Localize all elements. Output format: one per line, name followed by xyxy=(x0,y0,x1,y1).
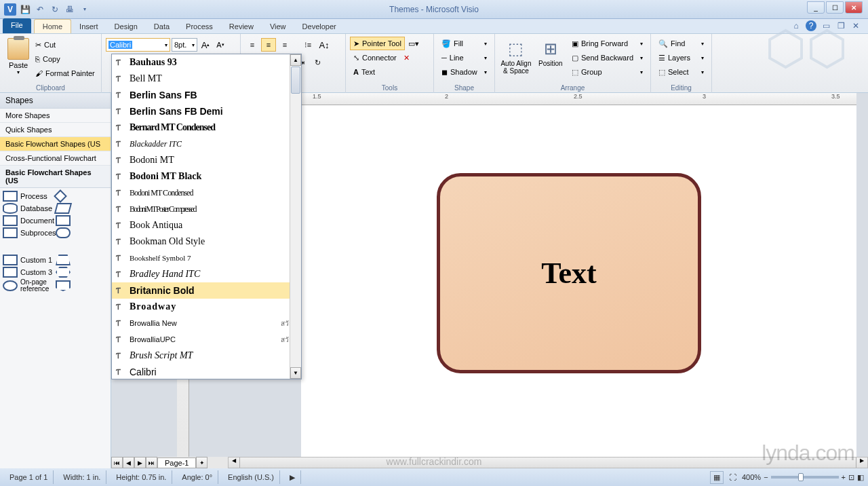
font-option[interactable]: ƬBernard MT Condensed xyxy=(112,119,301,136)
tab-review[interactable]: Review xyxy=(221,20,262,33)
redo-icon[interactable]: ↻ xyxy=(49,3,61,16)
stencil-document[interactable]: Document xyxy=(3,215,56,226)
layers-button[interactable]: ☰Layers▾ xyxy=(655,51,707,64)
undo-icon[interactable]: ↶ xyxy=(34,3,46,16)
stencil-external[interactable] xyxy=(56,215,108,226)
text-tool-button[interactable]: AText xyxy=(350,65,429,79)
stencil-custom2[interactable] xyxy=(56,255,108,265)
page-tab-1[interactable]: Page-1 xyxy=(157,457,196,468)
basic-flowchart-item[interactable]: Basic Flowchart Shapes (US xyxy=(0,137,111,151)
tab-data[interactable]: Data xyxy=(146,20,178,33)
tab-developer[interactable]: Developer xyxy=(294,20,344,33)
font-option[interactable]: ƬBodoni MT Condensed xyxy=(112,185,301,201)
maximize-button[interactable]: ☐ xyxy=(826,1,844,14)
quick-shapes-item[interactable]: Quick Shapes xyxy=(0,123,111,137)
font-option[interactable]: ƬBauhaus 93 xyxy=(112,54,301,71)
h-scroll-track[interactable]: ◀ ▶ xyxy=(228,457,868,468)
font-option[interactable]: ƬBlackadder ITC xyxy=(112,136,301,152)
page-prev-button[interactable]: ◀ xyxy=(123,457,134,468)
stencil-decision[interactable] xyxy=(56,191,108,202)
rounded-rectangle-shape[interactable]: Text xyxy=(437,173,701,373)
stencil-offpage-ref[interactable] xyxy=(56,279,108,293)
zoom-thumb[interactable] xyxy=(798,473,804,481)
bullets-button[interactable]: ⁝≡ xyxy=(300,38,315,52)
restore-icon[interactable]: ❐ xyxy=(835,20,846,31)
font-option[interactable]: ƬBodoni MT Black xyxy=(112,168,301,185)
app-icon[interactable]: V xyxy=(4,3,16,16)
find-button[interactable]: 🔍Find▾ xyxy=(655,37,707,50)
font-option[interactable]: ƬBritannic Bold xyxy=(112,282,301,299)
tab-file[interactable]: File xyxy=(3,18,31,33)
rotate-text-button[interactable]: ↻ xyxy=(310,56,325,69)
align-top-button[interactable]: ≡ xyxy=(245,38,260,52)
pan-zoom-button[interactable]: ◧ xyxy=(857,473,864,482)
line-button[interactable]: ─Line▾ xyxy=(438,51,490,64)
stencil-custom3[interactable]: Custom 3 xyxy=(3,267,56,278)
drawing-page[interactable]: Text xyxy=(301,105,856,457)
copy-button[interactable]: ⎘Copy xyxy=(35,52,95,66)
tab-insert[interactable]: Insert xyxy=(71,20,106,33)
font-option[interactable]: ƬBodoni MT xyxy=(112,152,301,168)
tab-view[interactable]: View xyxy=(262,20,294,33)
font-option[interactable]: ƬBerlin Sans FB Demi xyxy=(112,103,301,119)
font-option[interactable]: ƬBerlin Sans FB xyxy=(112,87,301,103)
grow-font-button[interactable]: A▴ xyxy=(199,38,212,52)
send-backward-button[interactable]: ▢Send Backward▾ xyxy=(568,51,646,64)
select-button[interactable]: ⬚Select▾ xyxy=(655,65,707,79)
text-direction-button[interactable]: A↕ xyxy=(317,38,332,52)
fill-button[interactable]: 🪣Fill▾ xyxy=(438,37,490,50)
window-icon[interactable]: ▭ xyxy=(821,20,831,31)
align-middle-button[interactable]: ≡ xyxy=(261,38,276,52)
page-last-button[interactable]: ⏭ xyxy=(146,457,157,468)
scroll-up-icon[interactable]: ▲ xyxy=(290,54,301,66)
paste-button[interactable]: Paste ▾ xyxy=(4,35,33,92)
more-shapes-item[interactable]: More Shapes xyxy=(0,109,111,123)
stencil-terminator[interactable] xyxy=(56,227,108,238)
scroll-down-icon[interactable]: ▼ xyxy=(290,367,301,379)
format-painter-button[interactable]: 🖌Format Painter xyxy=(35,67,95,80)
font-option[interactable]: ƬBookman Old Style xyxy=(112,233,301,250)
align-bottom-button[interactable]: ≡ xyxy=(277,38,292,52)
print-icon[interactable]: 🖶 xyxy=(64,3,76,16)
stencil-subprocess[interactable]: Subprocess xyxy=(3,227,56,238)
font-option[interactable]: ƬBradley Hand ITC xyxy=(112,266,301,282)
shadow-button[interactable]: ◼Shadow▾ xyxy=(438,65,490,79)
stencil-onpage-ref[interactable]: On-page reference xyxy=(3,279,56,293)
tab-design[interactable]: Design xyxy=(106,20,146,33)
shrink-font-button[interactable]: A▾ xyxy=(214,38,227,52)
font-name-combo[interactable]: Calibri▾ xyxy=(106,38,170,52)
font-option[interactable]: ƬBrowalliaUPCสวัสดี xyxy=(112,331,301,348)
delete-connector-button[interactable]: ✕ xyxy=(400,51,418,64)
view-normal-icon[interactable]: ▦ xyxy=(710,471,724,484)
new-page-button[interactable]: ✦ xyxy=(196,457,208,468)
scroll-thumb[interactable] xyxy=(291,67,300,94)
cross-functional-item[interactable]: Cross-Functional Flowchart xyxy=(0,151,111,166)
font-option[interactable]: ƬBroadway xyxy=(112,299,301,315)
close-button[interactable]: ✕ xyxy=(845,1,863,14)
group-button[interactable]: ⬚Group▾ xyxy=(568,65,646,79)
font-option[interactable]: ƬBookshelf Symbol 7 xyxy=(112,250,301,266)
fit-page-button[interactable]: ⊡ xyxy=(848,473,854,482)
font-option[interactable]: ƬBrush Script MT xyxy=(112,348,301,364)
shape-tool-button[interactable]: ▭▾ xyxy=(405,37,422,50)
tab-home[interactable]: Home xyxy=(34,19,71,33)
zoom-in-button[interactable]: + xyxy=(842,473,846,481)
cut-button[interactable]: ✂Cut xyxy=(35,38,95,52)
status-language[interactable]: English (U.S.) xyxy=(222,470,280,484)
status-macro-icon[interactable]: ▶ xyxy=(284,470,301,484)
auto-align-button[interactable]: ⬚ Auto Align & Space xyxy=(499,35,533,92)
font-option[interactable]: ƬBodoni MT Poster Compressed xyxy=(112,201,301,217)
tab-process[interactable]: Process xyxy=(178,20,221,33)
pointer-tool-button[interactable]: ➤Pointer Tool xyxy=(350,37,405,50)
page-next-button[interactable]: ▶ xyxy=(134,457,146,468)
stencil-custom4[interactable] xyxy=(56,267,108,278)
zoom-slider[interactable] xyxy=(771,476,839,479)
stencil-data[interactable] xyxy=(56,203,108,214)
font-option[interactable]: ƬBrowallia Newสวัสดี xyxy=(112,315,301,331)
close2-icon[interactable]: ✕ xyxy=(850,20,861,31)
stencil-custom1[interactable]: Custom 1 xyxy=(3,255,56,265)
font-option[interactable]: ƬBook Antiqua xyxy=(112,217,301,233)
font-size-combo[interactable]: 8pt.▾ xyxy=(172,38,197,52)
font-list[interactable]: ƬBauhaus 93ƬBell MTƬBerlin Sans FBƬBerli… xyxy=(112,54,301,379)
stencil-process[interactable]: Process xyxy=(3,191,56,202)
